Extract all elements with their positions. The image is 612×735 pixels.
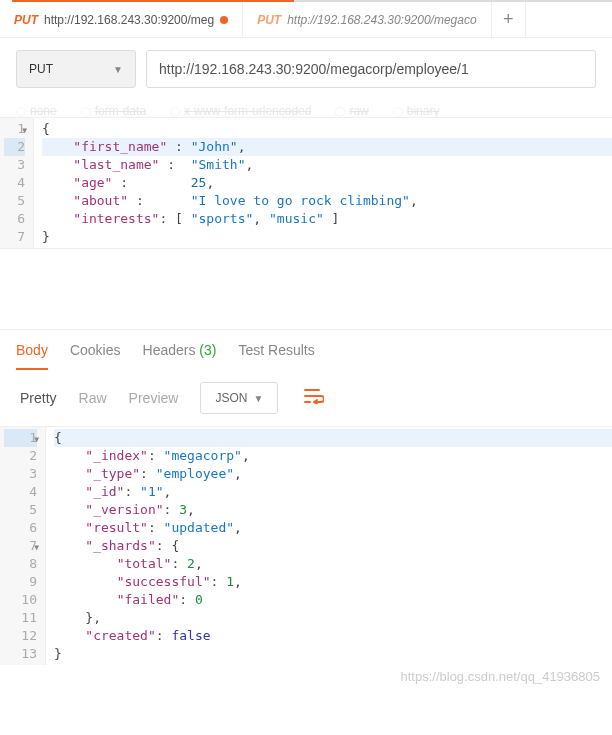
code-token <box>42 138 73 156</box>
code-token <box>42 210 73 228</box>
code-line[interactable]: "result": "updated", <box>54 519 612 537</box>
line-number: 5 <box>4 501 37 519</box>
code-token: : [ <box>159 211 190 226</box>
url-value: http://192.168.243.30:9200/megacorp/empl… <box>159 61 469 77</box>
view-mode-preview[interactable]: Preview <box>125 382 183 414</box>
code-token <box>54 573 117 591</box>
request-body-editor[interactable]: 1▼234567 { "first_name" : "John", "last_… <box>0 118 612 249</box>
line-number: 7▼ <box>4 537 37 555</box>
code-line[interactable]: { <box>42 120 612 138</box>
code-token <box>54 609 85 627</box>
code-token: : { <box>156 538 179 553</box>
code-token: 25 <box>191 175 207 190</box>
code-line[interactable]: "successful": 1, <box>54 573 612 591</box>
response-tab-test-results[interactable]: Test Results <box>238 342 314 370</box>
code-token: "_shards" <box>85 538 155 553</box>
line-number: 10 <box>4 591 37 609</box>
code-line[interactable]: "interests": [ "sports", "music" ] <box>42 210 612 228</box>
code-token: } <box>54 646 62 661</box>
body-type-option[interactable]: form-data <box>81 104 146 115</box>
code-token: : <box>148 448 164 463</box>
code-token: "sports" <box>191 211 254 226</box>
code-line[interactable]: { <box>54 429 612 447</box>
code-token: "age" <box>73 175 112 190</box>
code-line[interactable]: "age" : 25, <box>42 174 612 192</box>
line-number: 4 <box>4 174 25 192</box>
body-type-option[interactable]: binary <box>393 104 440 115</box>
code-line[interactable]: "about" : "I love to go rock climbing", <box>42 192 612 210</box>
code-line[interactable]: "_index": "megacorp", <box>54 447 612 465</box>
code-token: "Smith" <box>191 157 246 172</box>
line-number: 1▼ <box>4 120 25 138</box>
code-token: "_id" <box>85 484 124 499</box>
radio-icon <box>170 107 180 117</box>
code-token: : <box>148 520 164 535</box>
request-bar: PUT ▼ http://192.168.243.30:9200/megacor… <box>0 38 612 100</box>
editor-spacer <box>0 249 612 329</box>
code-token <box>42 174 73 192</box>
view-mode-pretty[interactable]: Pretty <box>16 382 61 414</box>
view-mode-raw[interactable]: Raw <box>75 382 111 414</box>
response-format-select[interactable]: JSON ▼ <box>200 382 278 414</box>
code-line[interactable]: } <box>42 228 612 246</box>
line-number: 2 <box>4 447 37 465</box>
code-token: "_version" <box>85 502 163 517</box>
code-area[interactable]: { "_index": "megacorp", "_type": "employ… <box>46 427 612 665</box>
line-number: 6 <box>4 210 25 228</box>
code-token: : <box>156 628 172 643</box>
response-tab-body[interactable]: Body <box>16 342 48 370</box>
code-token: : <box>179 592 195 607</box>
body-type-option[interactable]: x-www-form-urlencoded <box>170 104 311 115</box>
code-area[interactable]: { "first_name" : "John", "last_name" : "… <box>34 118 612 248</box>
code-token: 0 <box>195 592 203 607</box>
code-token: "_type" <box>85 466 140 481</box>
code-token <box>54 555 117 573</box>
code-line[interactable]: }, <box>54 609 612 627</box>
code-token: : <box>167 139 190 154</box>
request-tabs: PUThttp://192.168.243.30:9200/megPUThttp… <box>0 2 612 38</box>
code-line[interactable]: "total": 2, <box>54 555 612 573</box>
line-number: 12 <box>4 627 37 645</box>
code-line[interactable]: "created": false <box>54 627 612 645</box>
code-line[interactable]: "_type": "employee", <box>54 465 612 483</box>
code-token: , <box>410 193 418 208</box>
code-token <box>54 501 85 519</box>
http-method-select[interactable]: PUT ▼ <box>16 50 136 88</box>
code-line[interactable]: "_shards": { <box>54 537 612 555</box>
url-input[interactable]: http://192.168.243.30:9200/megacorp/empl… <box>146 50 596 88</box>
wrap-lines-icon[interactable] <box>296 384 332 413</box>
line-number: 3 <box>4 156 25 174</box>
format-label: JSON <box>215 391 247 405</box>
line-number: 4 <box>4 483 37 501</box>
request-tab[interactable]: PUThttp://192.168.243.30:9200/meg <box>0 2 243 37</box>
code-line[interactable]: "first_name" : "John", <box>42 138 612 156</box>
radio-icon <box>81 107 91 117</box>
code-token: "first_name" <box>73 139 167 154</box>
request-tab[interactable]: PUThttp://192.168.243.30:9200/megaco <box>243 2 492 37</box>
code-token: , <box>246 157 254 172</box>
code-token: : <box>140 466 156 481</box>
line-number: 3 <box>4 465 37 483</box>
code-token: , <box>234 466 242 481</box>
chevron-down-icon: ▼ <box>113 64 123 75</box>
code-token: : <box>112 175 190 190</box>
response-tab-cookies[interactable]: Cookies <box>70 342 121 370</box>
code-line[interactable]: "last_name" : "Smith", <box>42 156 612 174</box>
body-type-option[interactable]: raw <box>335 104 368 115</box>
line-number: 2 <box>4 138 25 156</box>
response-tab-headers[interactable]: Headers (3) <box>143 342 217 370</box>
code-line[interactable]: "_id": "1", <box>54 483 612 501</box>
body-type-option[interactable]: none <box>16 104 57 115</box>
line-number: 5 <box>4 192 25 210</box>
add-tab-button[interactable]: + <box>492 2 526 37</box>
code-token: }, <box>85 610 101 625</box>
code-token: : <box>124 484 140 499</box>
code-token: , <box>206 175 214 190</box>
code-token: , <box>187 502 195 517</box>
code-line[interactable]: } <box>54 645 612 663</box>
code-line[interactable]: "_version": 3, <box>54 501 612 519</box>
line-number: 8 <box>4 555 37 573</box>
headers-count: (3) <box>199 342 216 358</box>
code-token: 2 <box>187 556 195 571</box>
code-line[interactable]: "failed": 0 <box>54 591 612 609</box>
